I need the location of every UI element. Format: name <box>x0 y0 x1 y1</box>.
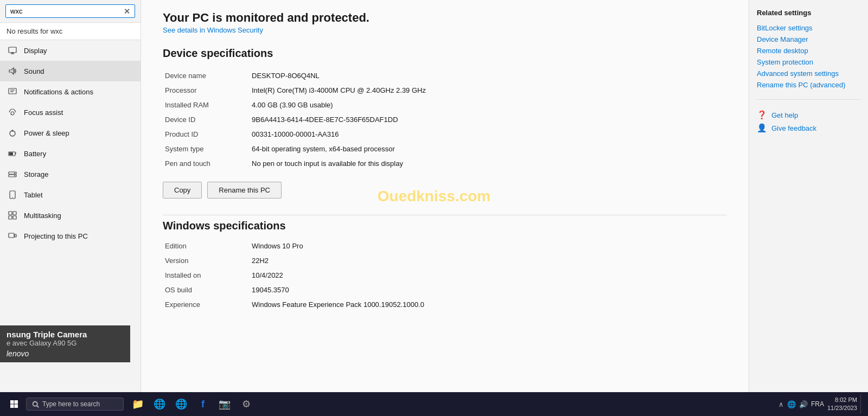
sidebar-item-focus-label: Focus assist <box>24 108 63 117</box>
svg-point-16 <box>14 172 15 174</box>
spec-value: 19045.3570 <box>250 283 727 297</box>
search-input[interactable] <box>10 7 122 15</box>
sidebar-item-projecting[interactable]: Projecting to this PC <box>0 226 141 246</box>
show-desktop-button[interactable] <box>860 394 864 414</box>
sidebar-item-storage[interactable]: Storage <box>0 164 141 184</box>
tablet-icon <box>8 190 17 200</box>
taskbar-app-chrome[interactable]: 🌐 <box>171 394 191 414</box>
help-item[interactable]: ❓Get help <box>757 108 860 121</box>
sidebar-item-multitasking[interactable]: Multitasking <box>0 205 141 226</box>
help-label: Get help <box>771 111 798 119</box>
tray-network: 🌐 <box>787 400 796 408</box>
spec-value: Windows Feature Experience Pack 1000.190… <box>250 297 727 312</box>
device-spec-row: Installed RAM4.00 GB (3.90 GB usable) <box>163 98 727 112</box>
spec-label: Version <box>163 253 250 268</box>
search-box: ✕ <box>5 4 135 18</box>
svg-rect-0 <box>9 47 16 53</box>
security-banner: Your PC is monitored and protected. See … <box>163 11 727 34</box>
storage-icon <box>8 169 17 179</box>
spec-label: Pen and touch <box>163 156 250 171</box>
multitasking-icon <box>8 210 17 220</box>
svg-point-19 <box>12 197 12 197</box>
taskbar-search-placeholder: Type here to search <box>42 400 100 408</box>
taskbar-app-facebook[interactable]: f <box>193 394 213 414</box>
rename-button[interactable]: Rename this PC <box>207 182 282 199</box>
svg-point-31 <box>33 401 37 406</box>
taskbar-search[interactable]: Type here to search <box>26 398 124 411</box>
device-spec-row: ProcessorIntel(R) Core(TM) i3-4000M CPU … <box>163 83 727 98</box>
device-spec-row: System type64-bit operating system, x64-… <box>163 142 727 156</box>
action-buttons: Copy Rename this PC <box>163 182 727 199</box>
related-divider <box>757 99 860 100</box>
help-icon: 👤 <box>757 123 767 133</box>
sidebar-item-power[interactable]: Power & sleep <box>0 123 141 143</box>
tray-lang: FRA <box>811 400 824 408</box>
windows-specs-section: Windows specifications EditionWindows 10… <box>163 215 727 312</box>
copy-button[interactable]: Copy <box>163 182 202 199</box>
related-link[interactable]: Rename this PC (advanced) <box>757 79 860 91</box>
related-link[interactable]: Advanced system settings <box>757 68 860 79</box>
svg-line-32 <box>37 405 39 407</box>
help-item[interactable]: 👤Give feedback <box>757 121 860 135</box>
sidebar-item-sound-label: Sound <box>24 67 44 75</box>
device-spec-row: Device ID9B6A4413-6414-4DEE-8E7C-536F65D… <box>163 112 727 127</box>
sidebar-item-tablet-label: Tablet <box>24 191 43 199</box>
svg-rect-30 <box>15 405 18 408</box>
search-clear-button[interactable]: ✕ <box>124 8 130 15</box>
sidebar-item-display-label: Display <box>24 47 47 55</box>
sidebar-item-notifications[interactable]: Notifications & actions <box>0 81 141 102</box>
related-header: Related settings <box>757 9 860 17</box>
windows-specs-heading: Windows specifications <box>163 215 727 232</box>
related-link[interactable]: System protection <box>757 56 860 68</box>
taskbar-clock[interactable]: 8:02 PM 11/23/2023 <box>827 396 857 413</box>
windows-spec-row: Version22H2 <box>163 253 727 268</box>
svg-point-8 <box>11 112 14 115</box>
spec-label: System type <box>163 142 250 156</box>
start-button[interactable] <box>4 394 24 414</box>
svg-point-17 <box>14 175 15 176</box>
spec-label: Installed on <box>163 268 250 283</box>
windows-spec-row: OS build19045.3570 <box>163 283 727 297</box>
svg-rect-27 <box>10 400 14 404</box>
display-icon <box>8 46 17 55</box>
spec-label: Experience <box>163 297 250 312</box>
spec-value: 22H2 <box>250 253 727 268</box>
projecting-icon <box>8 231 17 241</box>
spec-value: 64-bit operating system, x64-based proce… <box>250 142 727 156</box>
spec-label: Processor <box>163 83 250 98</box>
sidebar-item-display[interactable]: Display <box>0 40 141 61</box>
sidebar-item-tablet[interactable]: Tablet <box>0 184 141 205</box>
device-specs-heading: Device specifications <box>163 47 727 60</box>
device-spec-row: Pen and touchNo pen or touch input is av… <box>163 156 727 171</box>
spec-label: OS build <box>163 283 250 297</box>
related-link[interactable]: Remote desktop <box>757 45 860 56</box>
spec-value: 9B6A4413-6414-4DEE-8E7C-536F65DAF1DD <box>250 112 727 127</box>
spec-value: 10/4/2022 <box>250 268 727 283</box>
sidebar-item-battery-label: Battery <box>24 150 46 158</box>
search-container: ✕ <box>0 0 141 23</box>
taskbar-app-files[interactable]: 📁 <box>128 394 148 414</box>
sidebar-item-focus[interactable]: Focus assist <box>0 102 141 123</box>
clock-time: 8:02 PM <box>835 396 857 404</box>
security-link[interactable]: See details in Windows Security <box>163 26 369 34</box>
taskbar-app-edge[interactable]: 🌐 <box>150 394 169 414</box>
spec-value: Intel(R) Core(TM) i3-4000M CPU @ 2.40GHz… <box>250 83 727 98</box>
right-panel: Related settings BitLocker settingsDevic… <box>749 0 868 392</box>
windows-specs-table: EditionWindows 10 ProVersion22H2Installe… <box>163 239 727 312</box>
sidebar-item-battery[interactable]: Battery <box>0 143 141 164</box>
related-link[interactable]: Device Manager <box>757 34 860 45</box>
svg-rect-22 <box>9 216 12 219</box>
focus-icon <box>8 107 17 117</box>
tray-volume: 🔊 <box>799 400 808 408</box>
security-title: Your PC is monitored and protected. <box>163 11 369 25</box>
sidebar-item-sound[interactable]: Sound <box>0 61 141 81</box>
spec-value: No pen or touch input is available for t… <box>250 156 727 171</box>
taskbar-app-photos[interactable]: 📷 <box>215 394 234 414</box>
tray-arrow[interactable]: ∧ <box>778 400 784 408</box>
sidebar-item-notifications-label: Notifications & actions <box>24 88 93 96</box>
svg-rect-23 <box>13 216 16 219</box>
sidebar-item-power-label: Power & sleep <box>24 129 69 137</box>
taskbar-app-settings[interactable]: ⚙ <box>237 394 256 414</box>
sidebar-item-multitasking-label: Multitasking <box>24 212 61 220</box>
related-link[interactable]: BitLocker settings <box>757 22 860 34</box>
